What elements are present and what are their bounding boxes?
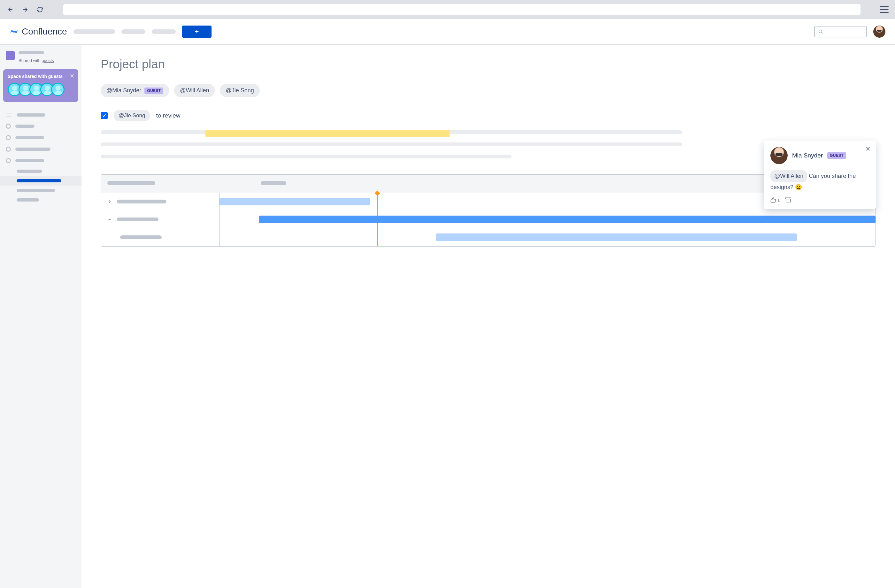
circle-icon	[6, 147, 11, 152]
like-button[interactable]: 1	[771, 197, 780, 203]
gantt-row[interactable]	[101, 228, 875, 246]
overview-icon	[6, 113, 12, 117]
guest-panel: Space shared with guests ✕	[3, 69, 78, 102]
circle-icon	[6, 158, 11, 163]
back-button[interactable]	[6, 5, 15, 14]
app-name: Confluence	[22, 27, 67, 37]
guest-panel-title: Space shared with guests	[8, 74, 74, 79]
page-content: Project plan @Mia Snyder GUEST @Will All…	[82, 45, 895, 588]
page-title: Project plan	[101, 58, 876, 71]
space-name	[18, 51, 44, 54]
task-item: @Jie Song to review	[101, 110, 876, 121]
comment-avatar[interactable]	[771, 147, 788, 164]
gantt-row[interactable]	[101, 211, 875, 228]
close-icon[interactable]: ✕	[70, 73, 74, 80]
forward-button[interactable]	[21, 5, 29, 14]
sidebar-item[interactable]	[6, 155, 76, 167]
sidebar: Shared with guests Space shared with gue…	[0, 45, 82, 588]
sidebar-item[interactable]	[6, 120, 76, 132]
gantt-row[interactable]	[101, 192, 875, 211]
guest-avatar[interactable]	[51, 83, 65, 96]
comment-author: Mia Snyder	[792, 152, 823, 159]
thumbs-up-icon	[771, 197, 776, 203]
guests-link[interactable]: guests	[41, 58, 54, 63]
url-bar[interactable]	[63, 4, 860, 15]
guest-badge: GUEST	[827, 152, 846, 159]
nav-item[interactable]	[152, 29, 176, 34]
circle-icon	[6, 124, 11, 129]
chevron-down-icon[interactable]	[107, 217, 112, 222]
gantt-bar[interactable]	[220, 198, 370, 205]
confluence-logo[interactable]: Confluence	[9, 27, 67, 37]
sidebar-child-item[interactable]	[6, 167, 76, 176]
nav-item[interactable]	[121, 29, 146, 34]
checkbox-checked[interactable]	[101, 112, 108, 119]
close-icon[interactable]: ✕	[865, 145, 871, 153]
mention-pill[interactable]: @Will Allen	[771, 170, 807, 182]
sidebar-item[interactable]	[6, 132, 76, 143]
chevron-right-icon[interactable]	[107, 199, 112, 204]
task-text: to review	[156, 112, 180, 119]
gantt-bar[interactable]	[436, 233, 796, 241]
mention-pill[interactable]: @Jie Song	[220, 84, 259, 97]
menu-icon[interactable]	[880, 6, 889, 13]
confluence-icon	[9, 27, 18, 36]
mention-pill[interactable]: @Will Allen	[174, 84, 215, 97]
space-icon[interactable]	[6, 51, 15, 60]
sidebar-child-item[interactable]	[6, 195, 76, 205]
archive-icon[interactable]	[786, 197, 791, 203]
browser-chrome	[0, 0, 895, 19]
guest-avatars	[8, 83, 74, 96]
svg-point-0	[819, 30, 822, 33]
reload-button[interactable]	[36, 5, 44, 14]
text-highlight	[205, 130, 450, 137]
comment-popup: ✕ Mia Snyder GUEST @Will Allen Can you s…	[764, 141, 876, 209]
search-input[interactable]	[814, 26, 867, 37]
mention-pill[interactable]: @Mia Snyder GUEST	[101, 84, 169, 97]
sidebar-item[interactable]	[6, 109, 76, 120]
create-button[interactable]	[182, 26, 211, 38]
sidebar-item[interactable]	[6, 143, 76, 155]
app-header: Confluence	[0, 19, 895, 45]
comment-body: @Will Allen Can you share the designs? 😀	[771, 170, 869, 192]
guest-badge: GUEST	[144, 88, 163, 94]
gantt-bar[interactable]	[259, 215, 875, 223]
mention-row: @Mia Snyder GUEST @Will Allen @Jie Song	[101, 84, 876, 97]
circle-icon	[6, 135, 11, 140]
sidebar-child-item[interactable]	[6, 186, 76, 195]
user-avatar[interactable]	[873, 26, 886, 38]
sidebar-child-item-active[interactable]	[0, 176, 82, 186]
body-text	[101, 130, 876, 158]
shared-with-text: Shared with guests	[18, 58, 76, 63]
nav-item[interactable]	[73, 29, 115, 34]
like-count: 1	[777, 198, 780, 203]
search-icon	[818, 29, 823, 34]
space-header: Shared with guests	[0, 51, 82, 67]
mention-pill[interactable]: @Jie Song	[114, 110, 150, 121]
gantt-chart	[101, 174, 876, 247]
